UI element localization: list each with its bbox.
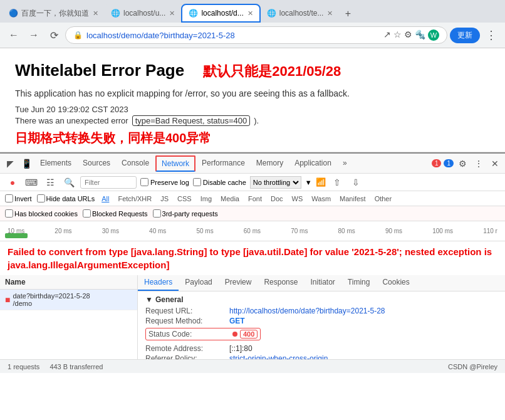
disable-cache-label[interactable]: Disable cache — [193, 178, 246, 186]
devtools-settings-button[interactable]: ⚙ — [455, 156, 470, 171]
devtools-tab-memory[interactable]: Memory — [251, 156, 288, 171]
extension-icon[interactable]: ⚙ — [404, 29, 412, 41]
devtools-tab-performance[interactable]: Performance — [197, 156, 250, 171]
tab-1[interactable]: 🔵 百度一下，你就知道 ✕ — [3, 4, 105, 23]
menu-dots-button[interactable]: ⋮ — [482, 28, 500, 42]
tab-4[interactable]: 🌐 localhost/te... ✕ — [261, 4, 340, 23]
profile-icon[interactable]: W — [428, 29, 439, 41]
devtools-tab-more[interactable]: » — [338, 156, 352, 171]
devtools-inspect-button[interactable]: ◤ — [3, 156, 18, 171]
type-doc-button[interactable]: Doc — [269, 195, 285, 202]
tab-2-close[interactable]: ✕ — [169, 9, 175, 18]
list-item[interactable]: ■ date?birthday=2021-5-28 /demo — [0, 290, 137, 310]
remote-address-row: Remote Address: [::1]:80 — [145, 344, 497, 353]
hide-data-urls-checkbox[interactable] — [37, 194, 45, 202]
update-button[interactable]: 更新 — [450, 28, 480, 43]
devtools-split: Name ■ date?birthday=2021-5-28 /demo Hea… — [0, 275, 505, 359]
throttling-select[interactable]: No throttling — [250, 176, 301, 189]
disable-cache-text: Disable cache — [203, 179, 246, 186]
type-other-button[interactable]: Other — [373, 195, 394, 202]
type-ws-button[interactable]: WS — [290, 195, 305, 202]
tab-4-icon: 🌐 — [267, 9, 276, 18]
third-party-checkbox[interactable] — [153, 209, 161, 218]
has-blocked-checkbox[interactable] — [5, 209, 13, 218]
devtools-filter-row2: Has blocked cookies Blocked Requests 3rd… — [0, 206, 505, 221]
detail-tab-timing[interactable]: Timing — [341, 275, 377, 291]
tab-3-close[interactable]: ✕ — [247, 9, 253, 18]
devtools-close-button[interactable]: ✕ — [487, 156, 502, 171]
devtools-tab-network[interactable]: Network — [155, 155, 195, 172]
detail-tab-cookies[interactable]: Cookies — [376, 275, 415, 291]
devtools-device-button[interactable]: 📱 — [19, 156, 34, 171]
type-wasm-button[interactable]: Wasm — [310, 195, 333, 202]
preserve-log-text: Preserve log — [150, 179, 189, 186]
devtools-tab-sources[interactable]: Sources — [78, 156, 115, 171]
new-tab-button[interactable]: + — [339, 5, 357, 23]
status-code-value: 400 — [240, 330, 258, 339]
has-blocked-label[interactable]: Has blocked cookies — [5, 209, 78, 218]
request-method-row: Request Method: GET — [145, 317, 497, 325]
invert-checkbox[interactable] — [5, 194, 13, 202]
blocked-requests-label[interactable]: Blocked Requests — [83, 209, 148, 218]
invert-label[interactable]: Invert — [5, 194, 32, 202]
filter-icon-button[interactable]: ☷ — [43, 175, 58, 190]
type-all-button[interactable]: All — [100, 195, 111, 202]
devtools-tab-elements[interactable]: Elements — [35, 156, 76, 171]
tab-3[interactable]: 🌐 localhost/d... ✕ — [181, 4, 260, 23]
hide-data-urls-label[interactable]: Hide data URLs — [37, 194, 95, 202]
type-css-button[interactable]: CSS — [175, 195, 194, 202]
tab-1-close[interactable]: ✕ — [93, 9, 98, 18]
devtools-more-button[interactable]: ⋮ — [471, 156, 486, 171]
preserve-log-label[interactable]: Preserve log — [140, 178, 189, 186]
forward-button[interactable]: → — [25, 26, 43, 44]
tab-4-close[interactable]: ✕ — [327, 9, 333, 18]
type-img-button[interactable]: Img — [199, 195, 214, 202]
share-icon[interactable]: ↗ — [383, 29, 391, 41]
tab-2-icon: 🌐 — [111, 9, 120, 18]
type-js-button[interactable]: JS — [159, 195, 170, 202]
transferred-size: 443 B transferred — [49, 363, 103, 370]
type-fetch-xhr-button[interactable]: Fetch/XHR — [116, 195, 154, 202]
type-media-button[interactable]: Media — [219, 195, 241, 202]
network-filter-input[interactable] — [80, 176, 137, 189]
devtools-tab-console[interactable]: Console — [117, 156, 154, 171]
blocked-requests-checkbox[interactable] — [83, 209, 91, 218]
record-button[interactable]: ● — [5, 175, 20, 190]
clear-button[interactable]: ⌨ — [24, 175, 39, 190]
import-button[interactable]: ⇧ — [330, 175, 345, 190]
search-button[interactable]: 🔍 — [61, 175, 76, 190]
preserve-log-checkbox[interactable] — [140, 178, 148, 186]
detail-tab-payload[interactable]: Payload — [179, 275, 218, 291]
list-header: Name — [0, 275, 137, 290]
export-button[interactable]: ⇩ — [348, 175, 363, 190]
url-input[interactable] — [86, 31, 375, 40]
has-blocked-text: Has blocked cookies — [14, 210, 78, 218]
general-collapse-icon: ▼ — [145, 295, 153, 304]
list-item-path: /demo — [13, 300, 90, 307]
request-method-label: Request Method: — [145, 317, 227, 325]
devtools-filter-bar: ● ⌨ ☷ 🔍 Preserve log Disable cache No th… — [0, 174, 505, 191]
type-font-button[interactable]: Font — [246, 195, 264, 202]
nav-right: 更新 ⋮ — [450, 28, 500, 43]
general-title: General — [155, 295, 184, 304]
tab-2[interactable]: 🌐 localhost/u... ✕ — [105, 4, 181, 23]
devtools-tab-application[interactable]: Application — [289, 156, 336, 171]
reload-button[interactable]: ⟳ — [45, 26, 63, 44]
detail-tab-response[interactable]: Response — [258, 275, 304, 291]
page-content: Whitelabel Error Page 默认只能是2021/05/28 Th… — [0, 48, 505, 152]
back-button[interactable]: ← — [5, 26, 23, 44]
detail-tab-preview[interactable]: Preview — [219, 275, 258, 291]
disable-cache-checkbox[interactable] — [193, 178, 201, 186]
detail-tab-headers[interactable]: Headers — [138, 275, 179, 291]
wifi-icon: 📶 — [316, 177, 326, 187]
detail-tabs: Headers Payload Preview Response Initiat… — [138, 275, 505, 291]
detail-tab-initiator[interactable]: Initiator — [304, 275, 341, 291]
general-section-title[interactable]: ▼ General — [145, 295, 497, 304]
url-bar[interactable]: 🔒 ↗ ☆ ⚙ 🔩 W — [65, 26, 447, 44]
extension2-icon[interactable]: 🔩 — [415, 29, 425, 41]
bookmark-icon[interactable]: ☆ — [393, 29, 402, 41]
list-item-error-icon: ■ — [5, 295, 10, 305]
tab-bar: 🔵 百度一下，你就知道 ✕ 🌐 localhost/u... ✕ 🌐 local… — [0, 0, 505, 23]
type-manifest-button[interactable]: Manifest — [338, 195, 368, 202]
third-party-label[interactable]: 3rd-party requests — [153, 209, 218, 218]
